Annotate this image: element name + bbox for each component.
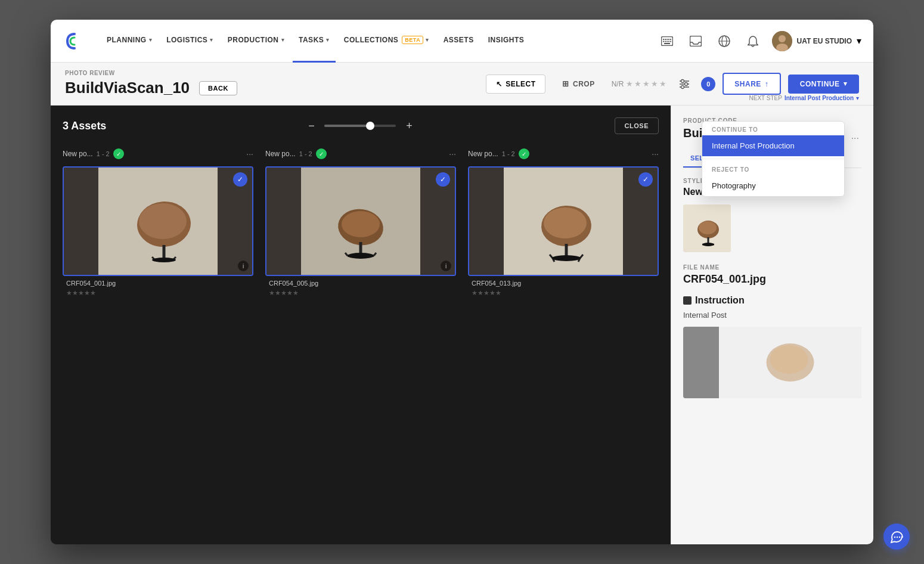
subtitle-actions: ↖ SELECT ⊞ CROP N/R ★★★★★ xyxy=(486,73,859,95)
svg-point-60 xyxy=(770,345,808,374)
nav-items: PLANNING ▾ LOGISTICS ▾ PRODUCTION ▾ TASK… xyxy=(101,20,658,63)
inbox-icon[interactable] xyxy=(686,32,705,51)
svg-point-61 xyxy=(894,537,895,538)
select-check-icon: ✓ xyxy=(436,172,450,187)
gallery-header: 3 Assets − + CLOSE xyxy=(63,117,659,134)
zoom-track xyxy=(324,125,367,127)
photo-filename: CRF054_005.jpg xyxy=(265,276,456,288)
zoom-slider[interactable] xyxy=(324,125,396,127)
svg-rect-4 xyxy=(666,39,668,40)
info-icon: i xyxy=(441,261,451,271)
svg-rect-2 xyxy=(663,39,664,40)
group-title: New po... xyxy=(63,150,93,158)
photo-groups: New po... 1 - 2 ✓ ··· xyxy=(63,146,659,300)
group-check-icon: ✓ xyxy=(316,148,327,159)
nav-right: UAT EU STUDIO ▾ xyxy=(658,31,861,51)
svg-point-54 xyxy=(699,221,717,234)
nav-production[interactable]: PRODUCTION ▾ xyxy=(222,20,290,63)
chevron-down-icon: ▾ xyxy=(326,37,330,43)
svg-rect-5 xyxy=(668,39,669,40)
zoom-thumb[interactable] xyxy=(366,122,374,130)
next-step-name: Internal Post Production xyxy=(785,95,854,101)
svg-point-63 xyxy=(899,537,900,538)
photo-card[interactable]: ✓ i xyxy=(265,166,456,276)
nav-collections[interactable]: COLLECTIONS BETA ▾ xyxy=(338,20,435,63)
svg-rect-9 xyxy=(666,41,668,42)
svg-rect-12 xyxy=(664,43,670,44)
group-more-button[interactable]: ··· xyxy=(652,149,659,159)
group-check-icon: ✓ xyxy=(113,148,124,159)
bell-icon[interactable] xyxy=(743,32,762,51)
chat-button[interactable] xyxy=(883,523,910,550)
zoom-in-button[interactable]: + xyxy=(401,117,417,134)
zoom-out-button[interactable]: − xyxy=(303,117,320,134)
svg-rect-13 xyxy=(690,36,701,46)
photo-image xyxy=(266,168,455,275)
photo-image xyxy=(64,168,252,275)
group-header: New po... 1 - 2 ✓ ··· xyxy=(63,146,253,162)
file-name-label: FILE NAME xyxy=(683,264,861,271)
group-more-button[interactable]: ··· xyxy=(449,149,456,159)
photo-group: New po... 1 - 2 ✓ ··· xyxy=(468,146,659,300)
dropdown-photography[interactable]: Photography xyxy=(702,175,844,196)
photo-card[interactable]: ✓ i xyxy=(63,166,253,276)
nav-insights[interactable]: INSIGHTS xyxy=(482,20,531,63)
chevron-down-icon: ▾ xyxy=(844,80,848,88)
instruction-preview xyxy=(683,327,861,398)
instruction-header: Instruction xyxy=(683,295,861,306)
select-check-icon: ✓ xyxy=(233,172,247,187)
continue-to-label: CONTINUE TO xyxy=(702,122,844,135)
chevron-down-icon: ▾ xyxy=(426,37,429,43)
svg-rect-8 xyxy=(665,41,666,42)
next-step-info: NEXT STEP Internal Post Production ▾ xyxy=(749,95,859,101)
photo-card[interactable]: ✓ xyxy=(468,166,659,276)
chevron-down-icon: ▾ xyxy=(856,95,859,101)
share-icon: ↑ xyxy=(765,79,769,88)
svg-point-24 xyxy=(685,82,688,85)
top-nav: PLANNING ▾ LOGISTICS ▾ PRODUCTION ▾ TASK… xyxy=(51,20,873,63)
photo-filename: CRF054_001.jpg xyxy=(63,276,253,288)
more-options-button[interactable]: ··· xyxy=(849,128,861,148)
user-section[interactable]: UAT EU STUDIO ▾ xyxy=(772,31,861,51)
select-check-icon: ✓ xyxy=(638,172,653,187)
rating-area: N/R ★★★★★ xyxy=(612,79,668,88)
info-icon: i xyxy=(238,261,249,271)
group-pages: 1 - 2 xyxy=(502,150,515,157)
file-name-value: CRF054_001.jpg xyxy=(683,273,861,286)
back-button[interactable]: BACK xyxy=(199,81,237,95)
gallery-panel: 3 Assets − + CLOSE New po... 1 - 2 xyxy=(51,106,671,544)
photo-stars: ★★★★★ xyxy=(468,288,659,300)
filter-button[interactable] xyxy=(675,75,694,94)
chevron-down-icon: ▾ xyxy=(857,35,861,47)
dropdown-internal-post[interactable]: Internal Post Production xyxy=(702,135,844,156)
continue-button[interactable]: CONTINUE ▾ xyxy=(788,75,859,94)
svg-point-18 xyxy=(779,35,786,42)
crop-button[interactable]: ⊞ CROP xyxy=(553,75,604,93)
user-name: UAT EU STUDIO xyxy=(797,37,852,45)
globe-icon[interactable] xyxy=(715,32,734,51)
group-title: New po... xyxy=(265,150,296,158)
keyboard-icon[interactable] xyxy=(658,32,677,51)
nav-tasks[interactable]: TASKS ▾ xyxy=(293,20,336,63)
select-button[interactable]: ↖ SELECT xyxy=(486,75,546,94)
nav-logistics[interactable]: LOGISTICS ▾ xyxy=(160,20,219,63)
page-title: BuildViaScan_10 xyxy=(65,79,190,97)
group-header: New po... 1 - 2 ✓ ··· xyxy=(265,146,456,162)
photo-image xyxy=(469,168,658,275)
nav-planning[interactable]: PLANNING ▾ xyxy=(101,20,158,63)
group-more-button[interactable]: ··· xyxy=(246,149,253,159)
logo[interactable] xyxy=(63,29,86,53)
svg-point-33 xyxy=(152,258,176,262)
svg-point-25 xyxy=(681,85,684,88)
close-view-button[interactable]: CLOSE xyxy=(615,117,659,134)
zoom-controls: − + xyxy=(303,117,417,134)
chevron-down-icon: ▾ xyxy=(210,37,213,43)
share-button[interactable]: SHARE ↑ xyxy=(723,73,781,95)
group-pages: 1 - 2 xyxy=(299,150,312,157)
nav-assets[interactable]: ASSETS xyxy=(438,20,480,63)
svg-point-28 xyxy=(139,203,187,239)
avatar xyxy=(772,31,792,51)
reject-to-label: REJECT TO xyxy=(702,162,844,175)
svg-point-57 xyxy=(702,243,714,246)
breadcrumb: PHOTO REVIEW xyxy=(65,70,115,76)
